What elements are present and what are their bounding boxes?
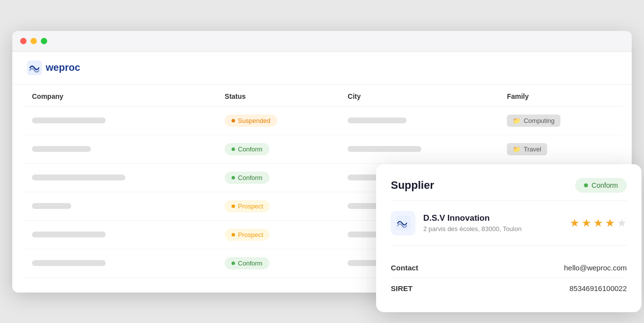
- status-badge: Conform: [225, 172, 269, 184]
- star-filled: ★: [605, 217, 615, 230]
- family-tag: 📁Computing: [507, 115, 560, 127]
- company-cell: [22, 249, 215, 277]
- status-badge: Prospect: [225, 229, 270, 241]
- company-cell: [22, 220, 215, 249]
- city-cell: [338, 135, 497, 163]
- popup-title: Supplier: [391, 179, 434, 192]
- app-header: weproc: [12, 52, 632, 85]
- company-cell: [22, 135, 215, 163]
- status-badge: Conform: [225, 143, 269, 155]
- supplier-logo-icon: [396, 216, 410, 231]
- status-cell: Prospect: [215, 192, 338, 220]
- siret-row: SIRET 85346916100022: [391, 278, 627, 298]
- logo-text: weproc: [46, 62, 80, 73]
- titlebar: [12, 31, 632, 52]
- table-row[interactable]: Suspended📁Computing: [22, 106, 622, 135]
- popup-status-badge: Conform: [575, 178, 627, 193]
- supplier-logo: [391, 211, 415, 235]
- star-empty: ★: [617, 217, 627, 230]
- status-cell: Prospect: [215, 220, 338, 249]
- status-cell: Conform: [215, 163, 338, 192]
- status-badge: Suspended: [225, 115, 277, 127]
- maximize-dot[interactable]: [41, 38, 47, 44]
- col-company: Company: [22, 85, 215, 107]
- logo-icon: [27, 60, 42, 75]
- table-row[interactable]: Conform📁Travel: [22, 135, 622, 163]
- minimize-dot[interactable]: [30, 38, 37, 44]
- city-cell: [338, 106, 497, 135]
- company-cell: [22, 192, 215, 220]
- star-filled: ★: [582, 217, 591, 230]
- folder-icon: 📁: [513, 146, 521, 153]
- status-cell: Conform: [215, 135, 338, 163]
- logo: weproc: [27, 60, 80, 75]
- popup-status-dot: [584, 183, 588, 187]
- col-city: City: [338, 85, 497, 107]
- status-badge: Prospect: [225, 200, 270, 212]
- star-filled: ★: [593, 217, 603, 230]
- status-cell: Suspended: [215, 106, 338, 135]
- company-cell: [22, 163, 215, 192]
- family-cell: 📁Computing: [497, 106, 622, 135]
- popup-header: Supplier Conform: [391, 178, 627, 201]
- folder-icon: 📁: [513, 117, 521, 124]
- supplier-popup: Supplier Conform D.S.V Innovation 2 pa: [376, 164, 642, 312]
- family-cell: 📁Travel: [497, 135, 622, 163]
- contact-value: hello@weproc.com: [564, 264, 627, 272]
- supplier-details: D.S.V Innovation 2 parvis des écoles, 83…: [423, 213, 562, 233]
- close-dot[interactable]: [20, 38, 27, 44]
- app-window: weproc Company Status City Family Suspen…: [12, 31, 632, 293]
- supplier-address: 2 parvis des écoles, 83000, Toulon: [423, 225, 562, 233]
- status-cell: Conform: [215, 249, 338, 277]
- status-badge: Conform: [225, 257, 269, 269]
- table-container: Company Status City Family Suspended📁Com…: [12, 85, 632, 293]
- supplier-info: D.S.V Innovation 2 parvis des écoles, 83…: [391, 211, 627, 246]
- siret-label: SIRET: [391, 284, 412, 293]
- company-cell: [22, 106, 215, 135]
- star-rating: ★★★★★: [570, 217, 627, 230]
- family-tag: 📁Travel: [507, 143, 547, 155]
- contact-row: Contact hello@weproc.com: [391, 258, 627, 278]
- supplier-name: D.S.V Innovation: [423, 213, 562, 223]
- contact-label: Contact: [391, 264, 418, 272]
- star-filled: ★: [570, 217, 580, 230]
- col-family: Family: [497, 85, 622, 107]
- siret-value: 85346916100022: [569, 284, 627, 293]
- col-status: Status: [215, 85, 338, 107]
